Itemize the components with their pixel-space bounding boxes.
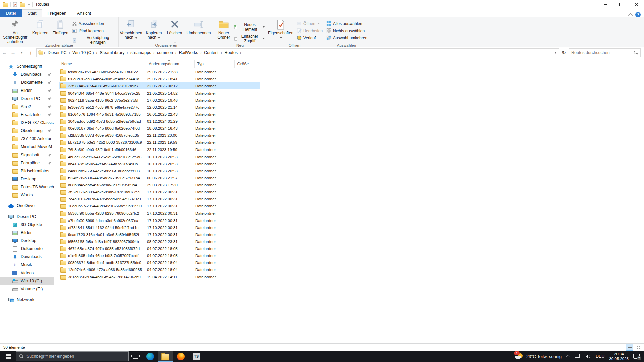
properties-button[interactable]: Eigenschaften xyxy=(266,18,295,41)
sidebar-item[interactable]: Downloads xyxy=(0,70,54,78)
open-button[interactable]: Öffnen xyxy=(295,20,324,27)
tab-start[interactable]: Start xyxy=(22,9,42,17)
sidebar-item[interactable]: Downloads xyxy=(0,253,54,261)
sidebar-item[interactable]: MiniTool MovieM xyxy=(0,143,54,151)
sidebar-item[interactable]: Dieser PC xyxy=(0,95,54,103)
sidebar-item[interactable]: 737-400 Anleitur xyxy=(0,135,54,143)
move-to-button[interactable]: Verschieben nach xyxy=(119,18,143,41)
delete-button[interactable]: Löschen xyxy=(165,18,184,45)
file-row[interactable]: c4a80d89-55f3-4e2e-88e1-f1a0aabee803 10.… xyxy=(59,167,260,174)
breadcrumb-item[interactable]: Win 10 (C:) xyxy=(70,50,96,55)
file-row[interactable]: 962f4118-3aba-4185-96c2-375a3e2f7b5f 17.… xyxy=(59,97,260,104)
file-row[interactable]: 5536cf90-bbba-4288-8295-76090fcc24c2 17.… xyxy=(59,210,260,217)
sidebar-item[interactable]: Musik xyxy=(0,261,54,269)
invert-selection-button[interactable]: Auswahl umkehren xyxy=(325,35,369,41)
sidebar-item[interactable]: Fahrpläne xyxy=(0,159,54,167)
sidebar-item-quick-access[interactable]: Schnellzugriff xyxy=(0,62,54,70)
file-row[interactable]: d08b8f4c-abff-45f3-beaa-3c1e1c3585b4 29.… xyxy=(59,182,260,189)
file-row[interactable]: 16dc0b57-2954-48d8-8c10-568e99a89990 17.… xyxy=(59,203,260,210)
properties-quick-icon[interactable] xyxy=(13,2,18,7)
file-row[interactable]: f924fe78-b336-448e-a8d7-1b36e57931b4 06.… xyxy=(59,174,260,181)
details-view-button[interactable] xyxy=(626,344,633,351)
paste-button[interactable]: Einfügen xyxy=(50,18,71,37)
column-header-size[interactable]: Größe xyxy=(235,60,260,68)
sidebar-item[interactable]: Dokumente xyxy=(0,245,54,253)
breadcrumb-item[interactable]: common xyxy=(155,50,175,55)
sidebar-item[interactable]: Signalsoft xyxy=(0,151,54,159)
history-button[interactable]: Verlauf xyxy=(295,35,324,41)
sidebar-item[interactable]: Desktop xyxy=(0,175,54,183)
breadcrumb-item[interactable]: RailWorks xyxy=(177,50,200,55)
forward-button[interactable]: → xyxy=(9,50,17,55)
file-row[interactable]: f26e8d30-cc83-4bd4-80a5-fe4809c7441d 25.… xyxy=(59,75,260,82)
file-row[interactable]: 4b6ae13a-ec63-4125-9d52-cb2168c5e5a6 10.… xyxy=(59,153,260,160)
new-folder-button[interactable]: Neuer Ordner xyxy=(215,18,232,41)
back-button[interactable]: ← xyxy=(0,50,9,55)
file-row[interactable]: 381cd850-f1a4-4bd1-b54a-178814736cb9 15.… xyxy=(59,274,260,281)
breadcrumb-item[interactable]: Dieser PC xyxy=(46,50,69,55)
breadcrumb-item[interactable]: steamapps xyxy=(128,50,153,55)
file-row[interactable]: cf2b5385-837d-465e-a636-41657cfecc35 22.… xyxy=(59,132,260,139)
file-row[interactable]: 3045addc-5d92-4b7d-8d5b-a2fe6a759dad 01.… xyxy=(59,118,260,125)
column-header-date[interactable]: Änderungsdatum xyxy=(146,60,195,68)
file-row[interactable]: 467fc63e-a87d-497b-9085-e521036f672d 04.… xyxy=(59,245,260,252)
breadcrumb-item[interactable]: SteamLibrary xyxy=(98,50,126,55)
select-all-button[interactable]: Alles auswählen xyxy=(325,20,369,27)
search-input[interactable]: Routes durchsuchen xyxy=(569,48,641,57)
sidebar-item-onedrive[interactable]: OneDrive xyxy=(0,202,54,210)
file-row[interactable]: bb721875-b3e3-42b2-b003-3572673106c9 22.… xyxy=(59,139,260,146)
new-folder-quick-icon[interactable] xyxy=(20,2,25,7)
clock[interactable]: 20:34 30.05.2025 xyxy=(609,352,629,361)
file-row[interactable]: 23f98048-815f-4981-bf23-60137917a9c7 22.… xyxy=(59,82,260,89)
file-row[interactable]: fc8af8d6-1f21-4650-bc6c-ae49611b6022 29.… xyxy=(59,68,260,75)
file-row[interactable]: 00896674-8dbc-4bc1-acdb-313727b56dc0 04.… xyxy=(59,259,260,266)
start-button[interactable] xyxy=(0,351,16,362)
column-header-name[interactable]: Name xyxy=(59,60,146,68)
sidebar-item[interactable]: Works xyxy=(0,191,54,199)
file-row[interactable]: fe36e773-e512-4cc5-9678-e6fe4a7e277c 12.… xyxy=(59,104,260,111)
minimize-button[interactable] xyxy=(598,0,613,9)
breadcrumb-item[interactable]: Routes xyxy=(223,50,240,55)
new-item-button[interactable]: Neues Element xyxy=(232,22,266,33)
sidebar-item[interactable]: Bilder xyxy=(0,229,54,237)
file-row[interactable]: 00e86187-0f5d-4c4b-806d-6a026eb74f0d 18.… xyxy=(59,125,260,132)
sidebar-item[interactable]: Fotos TS Wunschlist xyxy=(0,183,54,191)
sidebar-item[interactable]: Desktop xyxy=(0,237,54,245)
file-row[interactable]: 904943f4-6854-448e-9844-b4cca3975c25 21.… xyxy=(59,89,260,97)
search-icon[interactable] xyxy=(634,50,638,55)
file-row[interactable]: 7e4a0107-d07d-497c-bddd-0954c96321c1 17.… xyxy=(59,196,260,203)
sidebar-item[interactable]: Dokumente xyxy=(0,78,54,86)
refresh-icon[interactable]: ↻ xyxy=(559,50,568,55)
task-view-button[interactable] xyxy=(129,351,142,362)
sidebar-item[interactable]: Oberleitung xyxy=(0,127,54,135)
file-row[interactable]: c1e4b805-dbfa-46be-b9f8-7c057097bedf 04.… xyxy=(59,252,260,259)
sidebar-item[interactable]: 3D-Objekte xyxy=(0,221,54,229)
taskbar-app-train-simulator[interactable]: TS xyxy=(189,351,204,362)
tab-datei[interactable]: Datei xyxy=(0,9,22,17)
taskbar-app-explorer[interactable] xyxy=(158,351,173,362)
easy-access-button[interactable]: Einfacher Zugriff xyxy=(232,33,266,44)
address-dropdown-icon[interactable]: ▾ xyxy=(552,51,559,54)
edit-button[interactable]: Bearbeiten xyxy=(295,27,324,34)
sidebar-item[interactable]: Bilder xyxy=(0,86,54,95)
file-row[interactable]: a7befb00-8969-4dcc-a3ef-6a902e06f7ca 17.… xyxy=(59,217,260,224)
file-row[interactable]: 81c64576-1364-4f45-9d31-4a36893c7155 16.… xyxy=(59,111,260,118)
file-row[interactable]: ef784841-85d1-4162-924d-59c4f2f1ad1c 17.… xyxy=(59,224,260,231)
file-row[interactable]: 12d974e6-4906-472a-a036-5a36c4699235 04.… xyxy=(59,266,260,274)
help-icon[interactable]: ? xyxy=(635,12,641,17)
keyboard-language[interactable]: DEU xyxy=(596,354,604,359)
tab-freigeben[interactable]: Freigeben xyxy=(42,10,72,17)
sidebar-item[interactable]: Volume (E:) xyxy=(0,285,54,293)
qat-dropdown-icon[interactable] xyxy=(28,4,30,5)
file-row[interactable]: 76b3a3f0-c9b0-48f2-9eff-1af9b00166d6 22.… xyxy=(59,146,260,153)
action-center-icon[interactable]: 7 xyxy=(633,354,640,359)
sidebar-item-network[interactable]: Netzwerk xyxy=(0,296,54,304)
volume-icon[interactable] xyxy=(585,354,591,359)
sidebar-item[interactable]: Ersatzteile xyxy=(0,111,54,119)
thumbnails-view-button[interactable] xyxy=(635,344,642,351)
select-none-button[interactable]: Nichts auswählen xyxy=(325,27,369,34)
sidebar-item[interactable]: Videos xyxy=(0,269,54,277)
cut-button[interactable]: Ausschneiden xyxy=(71,20,118,27)
sidebar-item-this-pc[interactable]: Dieser PC xyxy=(0,213,54,221)
collapse-ribbon-icon[interactable] xyxy=(628,13,633,18)
